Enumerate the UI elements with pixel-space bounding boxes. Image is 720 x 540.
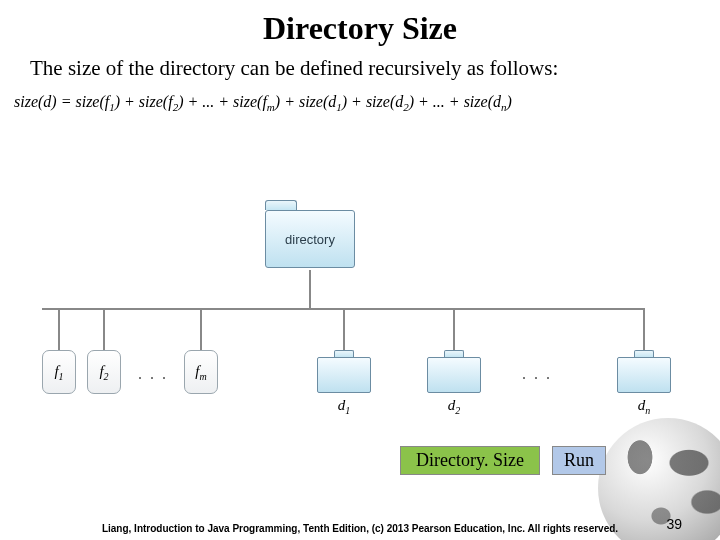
dir-leaf: d1: [317, 350, 371, 416]
run-button[interactable]: Run: [552, 446, 606, 475]
code-link-button[interactable]: Directory. Size: [400, 446, 540, 475]
file-leaf: f2: [87, 350, 121, 394]
ellipsis: . . .: [138, 365, 168, 383]
button-row: Directory. Size Run: [400, 446, 606, 475]
dir-leaf: dn: [617, 350, 671, 416]
formula-equation: size(d) = size(f1) + size(f2) + ... + si…: [14, 93, 706, 113]
dir-leaf: d2: [427, 350, 481, 416]
page-number: 39: [666, 516, 682, 532]
slide-body-text: The size of the directory can be defined…: [18, 55, 702, 81]
footer-attribution: Liang, Introduction to Java Programming,…: [0, 523, 720, 535]
ellipsis: . . .: [522, 365, 552, 383]
root-folder-icon: directory: [265, 200, 355, 268]
file-leaf: fm: [184, 350, 218, 394]
file-leaf: f1: [42, 350, 76, 394]
root-folder-label: directory: [265, 210, 355, 268]
directory-tree-diagram: directory f1 f2 . . . fm d1 d2 . . . dn: [0, 200, 720, 420]
slide-title: Directory Size: [0, 10, 720, 47]
